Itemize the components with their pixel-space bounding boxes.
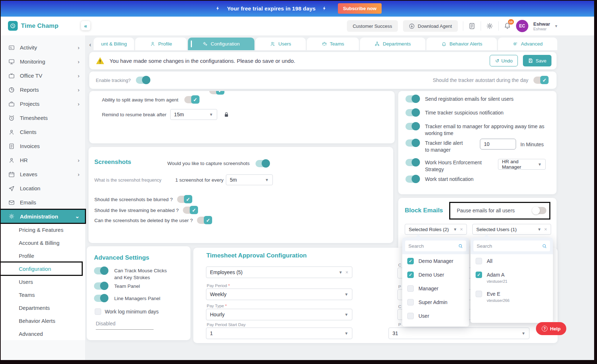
sidebar-item-activity[interactable]: Activity › [0,40,85,55]
checkbox-unchecked[interactable] [476,258,482,264]
line-managers-toggle[interactable] [94,295,108,302]
selected-roles-select[interactable]: Selected Roles (2) ▼ × [405,224,467,235]
checkbox-unchecked[interactable] [407,313,414,319]
tracker-email-manager-toggle[interactable] [405,123,420,130]
remind-resume-select[interactable]: 15m ▼ [170,109,217,120]
sidebar-item-monitoring[interactable]: Monitoring › [0,55,85,69]
sidebar-item-invoices[interactable]: Invoices [0,139,85,153]
enforcement-strategy-select[interactable]: HR and Manager ▼ [498,159,546,170]
sidebar-subitem-advanced[interactable]: Advanced [0,327,85,340]
checkbox-checked[interactable] [476,272,482,278]
tab-configuration[interactable]: Configuration [188,38,254,50]
tab-departments[interactable]: Departments [360,38,425,50]
user-option-all[interactable]: All [471,254,553,268]
download-agent-button[interactable]: Download Agent [403,20,458,32]
clear-icon[interactable]: × [345,269,348,275]
clipped-toggle[interactable] [209,91,224,94]
required-asterisk: * [228,283,229,288]
selected-users-select[interactable]: Selected Users (1) ▼ × [472,224,551,235]
mouse-clicks-toggle[interactable] [94,267,108,274]
end-day-select[interactable]: 31 ▼ [388,328,529,339]
employees-select[interactable]: Employees (5) ▼ × [206,266,352,278]
pause-emails-toggle[interactable] [532,207,546,214]
user-menu-caret-icon[interactable]: ▾ [555,23,557,29]
autostart-toggle[interactable] [533,77,548,84]
sidebar-subitem-teams[interactable]: Teams [0,288,85,301]
undo-button[interactable]: ↺ Undo [490,55,518,66]
frequency-select[interactable]: 5m ▼ [226,174,273,185]
work-hours-enforcement-toggle[interactable] [405,159,420,166]
tab-users[interactable]: Users [255,38,306,50]
sidebar-subitem-pricing-features[interactable]: Pricing & Features [0,223,85,236]
save-button[interactable]: Save [523,55,551,66]
role-option-user[interactable]: User [402,309,469,323]
user-option-eve-e[interactable]: Eve E vtestuser266 [471,287,553,306]
idle-alert-toggle[interactable] [405,139,420,147]
team-panel-toggle[interactable] [94,282,108,290]
tab-label: Users [278,41,291,47]
sidebar-subitem-behavior-alerts[interactable]: Behavior Alerts [0,314,85,327]
tab-teams[interactable]: Teams [307,38,359,50]
sidebar-item-administration[interactable]: Administration ⌄ [0,209,85,223]
clear-icon[interactable]: × [544,226,547,232]
customer-success-button[interactable]: Customer Success [347,20,398,32]
sidebar-item-hr[interactable]: HR › [0,153,85,167]
start-day-select[interactable]: 1 ▼ [206,328,352,339]
sidebar-item-clients[interactable]: Clients [0,125,85,139]
document-icon[interactable] [468,22,476,30]
checkbox-checked[interactable] [407,258,414,264]
checkbox-checked[interactable] [407,272,414,278]
role-option-demo-manager[interactable]: Demo Manager [402,254,469,268]
blurred-toggle[interactable] [177,196,192,203]
checkbox-unchecked[interactable] [407,299,414,306]
sidebar-subitem-configuration[interactable]: Configuration [0,262,82,275]
sidebar-subitem-profile[interactable]: Profile [0,249,85,262]
capture-screenshots-toggle[interactable] [255,160,270,167]
sidebar-item-reports[interactable]: Reports › [0,83,85,97]
tab-profile[interactable]: Profile [135,38,186,50]
sidebar-item-leaves[interactable]: Leaves › [0,167,85,181]
notifications-button[interactable]: 10 [504,22,511,30]
role-option-demo-user[interactable]: Demo User [402,268,469,282]
sidebar-subitem-users[interactable]: Users [0,275,85,288]
user-option-adam-a[interactable]: Adam A vtestuser21 [471,268,553,287]
idle-minutes-input[interactable] [480,139,516,150]
clear-icon[interactable]: × [460,226,463,232]
split-away-time-toggle[interactable] [184,96,199,103]
tab-account-billing[interactable]: unt & Billing [94,38,134,50]
sidebar-subitem-departments[interactable]: Departments [0,301,85,314]
checkbox-unchecked[interactable] [407,285,414,292]
pay-type-select[interactable]: Hourly ▼ [206,309,352,320]
users-search-input[interactable] [477,243,540,249]
gear-icon[interactable] [486,22,493,30]
role-option-manager[interactable]: Manager [402,282,469,295]
help-button[interactable]: ? Help [536,322,566,335]
checkbox-unchecked[interactable] [476,291,482,297]
suspicious-notification-toggle[interactable] [405,109,420,116]
work-start-notification-toggle[interactable] [405,176,420,183]
avatar[interactable]: EC [516,20,528,32]
start-day-value: 1 [210,330,213,336]
sidebar-item-office-tv[interactable]: Office TV › [0,69,85,83]
sidebar-item-emails[interactable]: Emails [0,195,85,209]
app-logo[interactable]: Time Champ [8,21,59,31]
sidebar-item-location[interactable]: Location [0,181,85,195]
tab-advanced[interactable]: Advanced [498,38,557,50]
live-streaming-toggle[interactable] [183,207,197,214]
subscribe-now-button[interactable]: Subscribe now [338,3,381,14]
navigation-icon [8,185,15,192]
registration-emails-toggle[interactable] [405,95,420,103]
roles-search-input[interactable] [408,243,456,249]
sidebar-item-projects[interactable]: Projects › [0,97,85,111]
advanced-settings-title: Advanced Settings [94,254,149,261]
tabs-scroll-left-icon[interactable]: ‹ [89,42,91,48]
worklog-checkbox[interactable] [95,308,101,315]
role-option-super-admin[interactable]: Super Admin [402,295,469,309]
delete-screenshots-toggle[interactable] [197,217,211,224]
sidebar-item-timesheets[interactable]: Timesheets [0,111,85,125]
tab-behavior-alerts[interactable]: Behavior Alerts [426,38,497,50]
pay-period-select[interactable]: Weekly ▼ [206,289,352,300]
enable-tracking-toggle[interactable] [136,77,150,84]
sidebar-subitem-account-billing[interactable]: Account & Billing [0,236,85,249]
sidebar-collapse-button[interactable]: « [81,21,90,30]
